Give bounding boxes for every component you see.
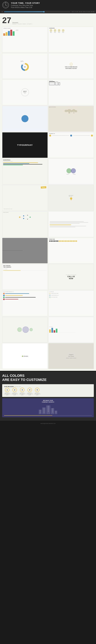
blue-circle xyxy=(21,115,28,122)
footer-url: www.logoreveal-videohive.com xyxy=(41,423,55,424)
svg-point-16 xyxy=(68,112,70,114)
colors-title-line2: ARE EASY TO CUSTOMIZE xyxy=(2,378,47,382)
scene-reason-text: + THIS IS SOME REASONTHAT MAKE YOU BUT xyxy=(48,53,94,79)
bubble-3 xyxy=(30,328,33,331)
svg-point-31 xyxy=(23,218,24,219)
text-lines xyxy=(50,221,93,227)
responsive-label: RESPONSIVE xyxy=(49,80,93,81)
plus-icon: + xyxy=(70,63,73,66)
suggest-lines xyxy=(66,358,76,358)
pin-container xyxy=(70,197,72,200)
scenes-label-block: Scenes MAKE YOUR OWN STORY! xyxy=(12,22,33,24)
svg-line-25 xyxy=(24,215,28,216)
wp-subtitle: CONSECTETUR ADIPISCING ELIT SED DO xyxy=(3,161,47,162)
scene-timeline: OUR TIMELINE LOREM IPSUM DOLOR SIT AMET … xyxy=(48,290,94,316)
timeline-items-list: LOREM IPSUM DOLOR SIT AMET CONSECTETUR A… xyxy=(49,293,93,298)
started-line xyxy=(3,270,47,271)
customer-avatar-2 xyxy=(3,295,5,296)
donut-svg: 65% xyxy=(21,62,29,71)
devices-row xyxy=(49,82,93,85)
demo-reason-card: OUR REASON bring your name 1 MAKES OR LO… xyxy=(2,384,94,397)
scene-blue-circle xyxy=(2,106,48,132)
scene-wordpress: WORDPRESS CONSECTETUR ADIPISCING ELIT SE… xyxy=(2,158,48,184)
connect-nodes xyxy=(49,134,93,136)
customer-row-2 xyxy=(3,295,47,296)
scenes-count: 27 xyxy=(2,16,11,24)
demo-growth-line2: COMPANY GROWTH xyxy=(42,401,54,403)
scene-typography: TYPOGRPAHY xyxy=(2,132,48,158)
scene-donut: WE HAVEMADE THIS 65% xyxy=(2,53,48,79)
reason-steps: 1 MAKE OR LONG 2 MAKE OR LONG 3 MAKE OR … xyxy=(49,29,93,33)
scene-call-us: DON'T WASTE YOUR TIME PLEASE CALL USNOW xyxy=(48,264,94,290)
node-1 xyxy=(49,134,51,136)
growth-progress xyxy=(4,415,52,416)
map-label: ▶ ROUTE THE WORLD xyxy=(49,107,93,108)
customer-row-1 xyxy=(3,293,47,294)
timeline-start: 0s xyxy=(1,11,3,12)
svg-line-26 xyxy=(24,218,28,219)
scene-bar-chart: COMPANY GROWTH COMPANYGROWTH xyxy=(2,27,48,52)
scene-venn: Polar PC Company xyxy=(48,158,94,184)
typo-text: TYPOGRPAHY xyxy=(17,144,33,146)
timeline-handle[interactable] xyxy=(43,11,45,12)
timeline-progress xyxy=(4,12,44,12)
timeline-track[interactable] xyxy=(4,12,70,12)
scenes-section: 27 Scenes MAKE YOUR OWN STORY! COMPANY G… xyxy=(0,13,96,371)
building-4 xyxy=(51,408,54,414)
scenes-header: 27 Scenes MAKE YOUR OWN STORY! xyxy=(2,16,94,24)
building-2 xyxy=(42,408,46,414)
scene-sale: SALE SOME DESCRIPTION TEXT HERE xyxy=(2,185,48,211)
timeline-dot-3 xyxy=(49,296,50,298)
pin-head xyxy=(70,197,73,200)
timeline-dot-1 xyxy=(49,293,50,294)
venn-label-2: Company xyxy=(73,174,76,174)
scene-network: CONNECTED NETWORK xyxy=(2,211,48,237)
svg-point-15 xyxy=(75,110,77,112)
header-title: YOUR TIME, YOUR STORY xyxy=(11,2,40,4)
demo-step-5: 5 MAKES OR LONG LABEL OR SHORT xyxy=(34,388,40,395)
demo-reason-title-text: OUR REASON xyxy=(4,386,14,387)
demo-step-circle-1: 1 xyxy=(5,388,9,392)
fans-icons xyxy=(49,240,93,242)
sale-badge: SALE xyxy=(41,186,46,188)
svg-point-17 xyxy=(73,112,75,114)
fans-title: MORE FANS xyxy=(49,239,93,240)
customers-title: OUR CUSTOMERS SAID ABOUT US xyxy=(3,292,47,292)
colors-title: ALL COLORS ARE EASY TO CUSTOMIZE xyxy=(2,374,94,382)
device-phone xyxy=(58,82,60,85)
demo-step-label-3: MAKES OR LONG LABEL OR SHORT xyxy=(19,392,25,395)
started-subtitle: EST. 2012 WE ARE xyxy=(3,269,47,270)
customer-rows xyxy=(3,293,47,300)
timeline-dot-2 xyxy=(49,295,50,296)
callus-pre: DON'T WASTE YOUR TIME PLEASE xyxy=(66,274,76,275)
timeline-bar[interactable]: 0s 0s 2s 0s 4s 0s 6s 0s 8s 0s 10s 0s 30s xyxy=(0,10,96,13)
demo-growth-line1: WE MAKE YOUR xyxy=(43,400,53,401)
reason-title: OUR REASON ............ xyxy=(49,28,93,28)
customer-bar-2 xyxy=(5,295,23,296)
svg-point-4 xyxy=(5,5,6,5)
scene-bubbles xyxy=(2,317,48,343)
wp-title: WORDPRESS xyxy=(3,160,47,160)
mixed-bars xyxy=(49,328,93,332)
scene-need-service: NEED THISSERVICE ? SOME INFOHERE xyxy=(2,80,48,105)
svg-point-34 xyxy=(30,216,31,218)
timeline-item-2: CONSECTETUR ADIPISCING ELIT xyxy=(49,295,93,296)
device-tablet xyxy=(55,82,58,85)
customer-bar-4 xyxy=(5,299,18,300)
building-3 xyxy=(46,406,50,414)
customer-avatar-3 xyxy=(3,296,5,298)
growth-progress-bar xyxy=(4,415,92,416)
started-progress xyxy=(3,270,21,271)
svg-point-33 xyxy=(27,219,28,220)
customer-row-3 xyxy=(3,296,47,298)
location-label: FIND THE BESTPART HERE xyxy=(69,195,73,196)
colors-section: ALL COLORS ARE EASY TO CUSTOMIZE OUR REA… xyxy=(0,372,96,421)
demo-step-4: 4 MAKES OR LONG LABEL OR SHORT xyxy=(27,388,33,395)
bubble-2 xyxy=(23,326,29,333)
scene-envato: ◆ envato xyxy=(2,343,48,369)
svg-point-29 xyxy=(19,216,20,218)
demo-step-circle-3: 3 xyxy=(20,388,24,392)
bubble-1 xyxy=(17,328,22,332)
building-5 xyxy=(55,410,57,414)
customer-bar-3 xyxy=(5,297,36,298)
